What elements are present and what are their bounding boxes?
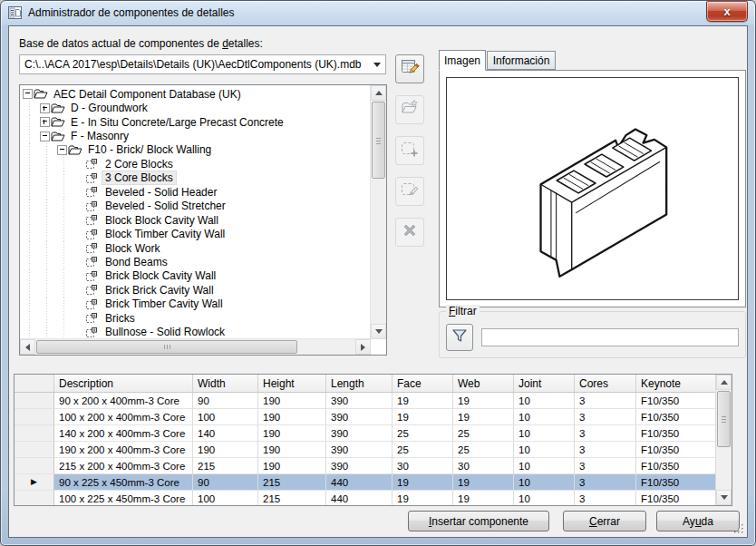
tree-item[interactable]: Brick Timber Cavity Wall [21,297,370,311]
table-row[interactable]: 140 x 200 x 400mm-3 Core1401903902525103… [15,425,716,442]
row-selector[interactable] [15,425,54,442]
tree-indent-guide [21,325,38,338]
tree-item[interactable]: 2 Core Blocks [21,157,370,171]
tree-expander-minus-icon[interactable] [38,132,51,141]
tree-item[interactable]: Bullnose - Solid Rowlock [21,325,370,338]
table-vertical-scrollbar[interactable] [715,375,732,505]
column-header-width[interactable]: Width [193,375,258,392]
tree-expander-minus-icon[interactable] [55,145,68,155]
tree-item[interactable]: Block Work [21,241,370,255]
tree-item[interactable]: Block Block Cavity Wall [21,213,370,227]
tree-indent-guide [55,185,73,199]
tree-item[interactable]: E - In Situ Concrete/Large Precast Concr… [21,115,370,129]
tree-item-label: AEC Detail Component Database (UK) [51,88,244,101]
close-button[interactable]: x [706,1,748,22]
column-header-face[interactable]: Face [393,375,453,392]
row-selector[interactable] [15,409,54,425]
table-cell: 190 [258,442,326,458]
tree-item[interactable]: F10 - Brick/ Block Walling [21,143,370,157]
tree-item[interactable]: Beveled - Solid Header [21,185,370,199]
tree-horizontal-scrollbar[interactable] [20,338,371,355]
table-row[interactable]: 215 x 200 x 400mm-3 Core2151903903030103… [15,458,716,474]
delete-component-button[interactable] [395,218,424,247]
scroll-left-icon[interactable] [20,339,35,355]
tab-imagen[interactable]: Imagen [439,50,486,71]
table-cell: 10 [514,491,575,505]
column-header-keynote[interactable]: Keynote [636,375,716,392]
column-header-height[interactable]: Height [258,375,326,392]
column-header-description[interactable]: Description [54,375,193,392]
table-cell: 19 [393,393,453,409]
table-cell: 30 [393,458,453,474]
tree-expander-minus-icon[interactable] [21,89,34,99]
ayuda-button[interactable]: Ayuda [656,511,740,531]
edit-database-button[interactable] [395,54,424,83]
tree-item[interactable]: Beveled - Solid Stretcher [21,200,370,213]
tree-item[interactable]: AEC Detail Component Database (UK) [21,87,370,101]
tree-item[interactable]: Bond Beams [21,255,370,268]
row-selector[interactable] [15,491,54,505]
column-header-length[interactable]: Length [326,375,393,392]
table-row[interactable]: ▶90 x 225 x 450mm-3 Core902154401919103F… [15,474,716,491]
scroll-down-icon[interactable] [716,490,732,505]
tree-item[interactable]: F - Masonry [21,129,370,142]
tree-item[interactable]: Brick Brick Cavity Wall [21,283,370,297]
row-selector-current[interactable]: ▶ [15,474,54,491]
component-tree: AEC Detail Component Database (UK)D - Gr… [19,84,387,356]
window-title: Administrador de componentes de detalles [28,6,234,19]
tree-hscroll-thumb[interactable] [36,340,297,354]
column-header-cores[interactable]: Cores [575,375,636,392]
tree-indent-guide [55,255,73,268]
row-selector[interactable] [15,393,54,409]
tab-informacion[interactable]: Información [487,51,556,70]
tree-item[interactable]: Bricks [21,311,370,325]
combo-dropdown-icon[interactable] [369,63,385,67]
column-header-web[interactable]: Web [453,375,514,392]
resize-grip[interactable] [732,522,745,535]
table-cell: 215 [258,491,326,505]
row-selector[interactable] [15,458,54,474]
row-selector[interactable] [15,442,54,458]
database-path-combobox[interactable]: C:\..\ACA 2017\esp\Details\Details (UK)\… [19,54,386,74]
table-cell: 10 [514,393,575,409]
modify-component-button[interactable] [395,177,424,206]
tree-vertical-scrollbar[interactable] [370,85,386,339]
table-cell: 390 [326,393,393,409]
table-vscroll-thumb[interactable] [717,391,731,447]
tree-indent-guide [38,325,55,338]
column-header-joint[interactable]: Joint [514,375,575,392]
tab-imagen-label: Imagen [444,54,480,67]
insert-component-button[interactable]: Insertar componente [408,511,549,531]
component-icon [85,327,102,338]
scroll-down-icon[interactable] [371,324,386,339]
scroll-up-icon[interactable] [371,85,386,101]
tree-item[interactable]: Brick Block Cavity Wall [21,269,370,283]
table-row[interactable]: 90 x 200 x 400mm-3 Core901903901919103F1… [15,393,716,409]
tree-expander-plus-icon[interactable] [38,103,51,113]
tree-item[interactable]: Block Timber Cavity Wall [21,227,370,240]
tree-item[interactable]: D - Groundwork [21,101,370,114]
scroll-right-icon[interactable] [355,339,371,355]
title-bar[interactable]: Administrador de componentes de detalles… [1,1,755,25]
add-component-button[interactable] [395,136,424,165]
filter-button[interactable] [446,324,473,351]
table-cell: 3 [575,458,636,474]
tree-indent-guide [38,200,55,213]
tree-indent-guide [38,311,55,325]
tree-item-label: Brick Timber Cavity Wall [102,297,226,310]
scroll-up-icon[interactable] [716,375,732,390]
open-database-button[interactable] [395,95,424,124]
component-icon [85,200,102,212]
tree-expander-plus-icon[interactable] [38,117,51,127]
tree-item[interactable]: 3 Core Blocks [21,171,370,185]
tree-item-label: Block Timber Cavity Wall [102,228,228,240]
tree-vscroll-thumb[interactable] [372,102,385,179]
table-row[interactable]: 100 x 225 x 450mm-3 Core1002154401919103… [15,491,716,505]
filter-input[interactable] [481,328,739,346]
tree-item-label: Block Work [102,242,162,255]
table-row[interactable]: 100 x 200 x 400mm-3 Core1001903901919103… [15,409,716,425]
table-row[interactable]: 190 x 200 x 400mm-3 Core1901903902525103… [15,442,716,458]
cerrar-button[interactable]: Cerrar [563,511,646,531]
tree-indent-guide [38,255,55,268]
database-path-value: C:\..\ACA 2017\esp\Details\Details (UK)\… [20,58,369,71]
